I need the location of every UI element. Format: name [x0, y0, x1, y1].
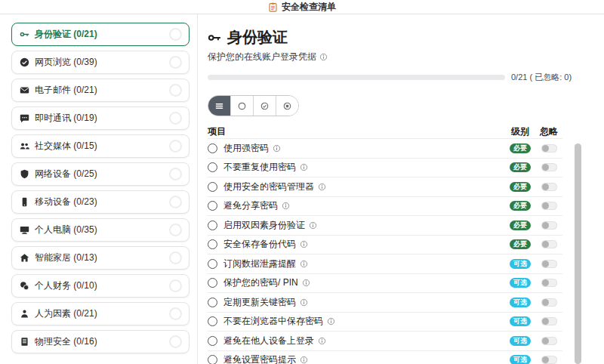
item-label-group: 避免设置密码提示 — [223, 353, 505, 364]
progress-ring — [169, 56, 182, 69]
sidebar-item-2[interactable]: 电子邮件 (0/21) — [11, 79, 190, 102]
toggle-knob — [542, 164, 549, 171]
finance-icon — [20, 281, 29, 291]
info-icon[interactable] — [300, 298, 308, 307]
filter-button-check-circle[interactable] — [254, 96, 276, 116]
info-icon[interactable] — [273, 144, 281, 153]
info-icon[interactable] — [302, 279, 310, 287]
key-icon — [208, 31, 221, 45]
level-cell: 可选 — [505, 298, 535, 307]
item-checkbox[interactable] — [208, 298, 217, 307]
app-title: 安全检查清单 — [282, 1, 336, 14]
sidebar-item-9[interactable]: 个人财务 (0/10) — [11, 274, 190, 298]
progress-ring — [169, 224, 182, 236]
item-checkbox[interactable] — [208, 355, 217, 364]
ignore-toggle[interactable] — [541, 356, 557, 364]
info-icon[interactable] — [300, 240, 308, 248]
level-badge: 可选 — [510, 259, 531, 269]
level-cell: 必要 — [505, 143, 535, 153]
filter-button-circle[interactable] — [231, 96, 254, 116]
item-checkbox[interactable] — [208, 221, 217, 230]
item-checkbox[interactable] — [208, 162, 217, 172]
filter-group — [208, 95, 299, 116]
sidebar-item-label: 人为因素 (0/21) — [35, 307, 97, 320]
item-checkbox[interactable] — [208, 239, 217, 249]
item-label: 启用双因素身份验证 — [223, 219, 305, 232]
checklist-table: 项目 级别 忽略 使用强密码必要不要重复使用密码必要使用安全的密码管理器必要避免… — [208, 125, 562, 364]
ignore-toggle[interactable] — [541, 240, 557, 248]
sidebar-item-0[interactable]: 身份验证 (0/21) — [11, 23, 190, 46]
info-icon[interactable] — [319, 53, 328, 61]
ignore-toggle[interactable] — [541, 183, 557, 191]
sidebar-item-3[interactable]: 即时通讯 (0/19) — [11, 106, 190, 130]
item-checkbox[interactable] — [208, 182, 217, 192]
level-cell: 可选 — [505, 278, 535, 288]
ignore-toggle[interactable] — [541, 317, 557, 325]
info-icon[interactable] — [318, 183, 326, 191]
info-icon[interactable] — [300, 356, 308, 364]
filter-button-list[interactable] — [208, 96, 231, 116]
sidebar-item-6[interactable]: 移动设备 (0/23) — [11, 190, 190, 214]
sidebar-item-10[interactable]: 人为因素 (0/21) — [11, 302, 190, 325]
item-label-group: 安全保存备份代码 — [223, 238, 505, 251]
item-label-group: 避免在他人设备上登录 — [223, 335, 505, 347]
info-icon[interactable] — [309, 221, 317, 230]
info-icon[interactable] — [300, 260, 308, 268]
sidebar-item-11[interactable]: 物理安全 (0/16) — [11, 330, 190, 353]
item-checkbox[interactable] — [208, 259, 217, 269]
progress-ring — [169, 140, 182, 153]
progress-ring — [169, 168, 182, 180]
sidebar-item-label: 网络设备 (0/25) — [35, 168, 97, 180]
item-checkbox[interactable] — [208, 278, 217, 288]
item-label-group: 定期更新关键密码 — [223, 296, 505, 309]
item-checkbox[interactable] — [208, 336, 217, 346]
sidebar-item-8[interactable]: 智能家居 (0/13) — [11, 246, 190, 270]
item-label: 避免设置密码提示 — [223, 353, 296, 364]
stop-circle-icon — [282, 101, 292, 111]
ignore-cell — [535, 221, 562, 230]
filter-button-stop-circle[interactable] — [276, 96, 298, 116]
ignore-cell — [535, 356, 562, 364]
ignore-toggle[interactable] — [541, 163, 557, 171]
home-icon — [20, 253, 29, 263]
toggle-knob — [542, 299, 549, 306]
ignore-toggle[interactable] — [541, 260, 557, 268]
progress-ring — [169, 251, 182, 264]
progress-ring — [169, 112, 182, 125]
ignore-toggle[interactable] — [541, 221, 557, 230]
sidebar-item-label: 身份验证 (0/21) — [35, 28, 97, 41]
item-label: 不要重复使用密码 — [223, 161, 296, 174]
sidebar-item-label: 个人财务 (0/10) — [35, 279, 97, 292]
table-row: 避免在他人设备上登录可选 — [208, 331, 562, 350]
level-cell: 可选 — [505, 355, 535, 364]
check-circle-icon — [260, 101, 270, 111]
ignore-toggle[interactable] — [541, 279, 557, 287]
page-header: 身份验证 — [208, 27, 604, 48]
info-icon[interactable] — [327, 317, 335, 325]
sidebar-item-5[interactable]: 网络设备 (0/25) — [11, 162, 190, 186]
item-checkbox[interactable] — [208, 143, 217, 153]
ignore-toggle[interactable] — [541, 202, 557, 210]
level-badge: 可选 — [510, 298, 531, 307]
sidebar-item-1[interactable]: 网页浏览 (0/39) — [11, 51, 190, 74]
item-checkbox[interactable] — [208, 201, 217, 211]
ignore-toggle[interactable] — [541, 298, 557, 307]
info-icon[interactable] — [282, 202, 290, 210]
item-checkbox[interactable] — [208, 316, 217, 326]
level-badge: 必要 — [510, 143, 531, 153]
item-label: 保护您的密码/ PIN — [223, 276, 298, 289]
scrollbar[interactable] — [575, 143, 581, 364]
info-icon[interactable] — [300, 163, 308, 171]
sidebar-item-4[interactable]: 社交媒体 (0/15) — [11, 134, 190, 158]
sidebar-item-7[interactable]: 个人电脑 (0/35) — [11, 218, 190, 242]
item-label: 使用强密码 — [223, 142, 269, 155]
info-icon[interactable] — [318, 337, 326, 345]
circle-icon — [237, 101, 247, 111]
ignore-toggle[interactable] — [541, 144, 557, 153]
level-cell: 必要 — [505, 182, 535, 192]
key-icon — [20, 29, 29, 39]
progress-ring — [169, 196, 182, 208]
ignore-toggle[interactable] — [541, 337, 557, 345]
table-header-row: 项目 级别 忽略 — [208, 125, 562, 138]
level-cell: 必要 — [505, 201, 535, 211]
